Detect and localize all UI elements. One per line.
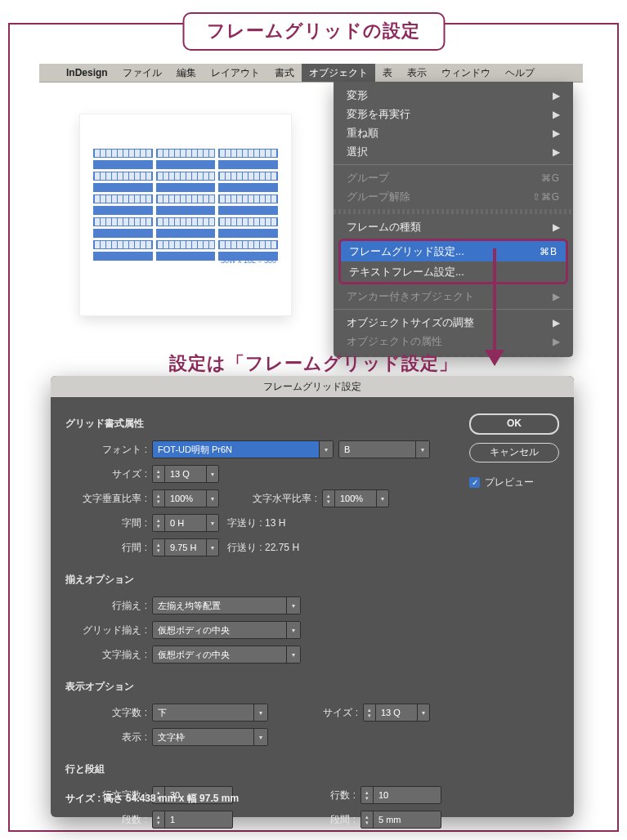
hscale-value: 100% [335,490,376,507]
stepper-arrows-icon: ▴▾ [323,490,335,507]
menu-item-group: グループ ⌘G [334,168,573,187]
arrow-head-icon [485,350,504,366]
size-input[interactable]: ▴▾ 13 Q ▾ [152,465,219,483]
menu-item-anchored-object[interactable]: アンカー付きオブジェクト ▶ [334,287,573,306]
line-okuri-label: 行送り : 22.75 H [227,541,299,555]
highlighted-menu-group: フレームグリッド設定... ⌘B テキストフレーム設定... [338,239,568,284]
grid-align-select[interactable]: 仮想ボディの中央 ▾ [152,621,301,639]
line-align-select[interactable]: 左揃え均等配置 ▾ [152,596,301,614]
page-title: フレームグリッドの設定 [182,12,445,51]
columns-input[interactable]: ▴▾ 1 [152,811,233,829]
section-columns: 行と段組 [65,762,458,776]
line-align-label: 行揃え : [65,599,152,613]
char-align-select[interactable]: 仮想ボディの中央 ▾ [152,646,301,664]
document-preview: 30W x 10L = 300 [80,114,291,315]
stepper-arrows-icon: ▴▾ [153,490,165,507]
menu-label: フレームの種類 [347,220,421,235]
chevron-down-icon: ▾ [376,490,388,507]
chevron-right-icon: ▶ [553,146,560,158]
menu-help[interactable]: ヘルプ [498,64,542,82]
arrow-body [493,248,496,351]
frame-grid-dialog: フレームグリッド設定 OK キャンセル ✓ プレビュー グリッド書式属性 フォン… [51,376,574,817]
menubar: InDesign ファイル 編集 レイアウト 書式 オブジェクト 表 表示 ウィ… [39,64,583,83]
chevron-right-icon: ▶ [553,127,560,139]
menu-label: 選択 [347,145,368,159]
char-okuri-label: 字送り : 13 H [227,516,285,530]
menu-item-text-frame-options[interactable]: テキストフレーム設定... [341,261,566,282]
vscale-label: 文字垂直比率 : [65,492,152,506]
menu-item-frame-grid-options[interactable]: フレームグリッド設定... ⌘B [341,241,566,261]
chevron-right-icon: ▶ [553,109,560,120]
menu-view[interactable]: 表示 [400,64,434,82]
menu-item-object-attributes[interactable]: オブジェクトの属性 ▶ [334,332,573,351]
vscale-value: 100% [165,490,206,507]
grid-align-label: グリッド揃え : [65,623,152,637]
chevron-down-icon: ▾ [415,441,429,458]
vscale-input[interactable]: ▴▾ 100% ▾ [152,489,219,507]
menu-type[interactable]: 書式 [267,64,302,82]
menu-item-ungroup: グループ解除 ⇧⌘G [334,187,573,206]
menu-file[interactable]: ファイル [115,64,169,82]
line-align-value: 左揃え均等配置 [153,600,286,612]
lines-input[interactable]: ▴▾ 10 [361,786,441,804]
gutter-input[interactable]: ▴▾ 5 mm [361,811,441,829]
menu-layout[interactable]: レイアウト [204,64,267,82]
menu-edit[interactable]: 編集 [169,64,204,82]
menu-label: 変形 [347,88,368,103]
menu-label: テキストフレーム設定... [349,265,464,279]
menu-item-frame-type[interactable]: フレームの種類 ▶ [334,217,573,236]
chevron-down-icon: ▾ [286,646,300,663]
char-count-select[interactable]: 下 ▾ [152,704,268,722]
chevron-down-icon: ▾ [286,622,300,638]
line-aki-input[interactable]: ▴▾ 9.75 H ▾ [152,538,219,556]
checkbox-checked-icon: ✓ [469,477,480,488]
hscale-label: 文字水平比率 : [219,492,322,506]
char-aki-value: 0 H [165,515,206,531]
font-family-value: FOT-UD明朝 Pr6N [153,444,319,456]
size-value: 13 Q [165,466,206,482]
menu-label: オブジェクトサイズの調整 [347,315,474,330]
menu-label: フレームグリッド設定... [349,244,464,259]
section-display: 表示オプション [65,680,458,694]
display-size-label: サイズ : [268,706,363,720]
ok-button[interactable]: OK [469,413,559,435]
font-family-select[interactable]: FOT-UD明朝 Pr6N ▾ [152,440,334,458]
preview-checkbox[interactable]: ✓ プレビュー [469,476,559,489]
display-view-label: 表示 : [65,731,152,744]
section-align: 揃えオプション [65,573,409,587]
char-align-value: 仮想ボディの中央 [153,649,286,661]
line-aki-label: 行間 : [65,541,152,555]
menu-item-select[interactable]: 選択 ▶ [334,142,573,161]
stepper-arrows-icon: ▴▾ [153,515,165,531]
size-label: サイズ : [65,467,152,481]
char-aki-input[interactable]: ▴▾ 0 H ▾ [152,514,219,532]
menu-app[interactable]: InDesign [59,64,115,82]
menu-label: オブジェクトの属性 [347,334,442,349]
stepper-arrows-icon: ▴▾ [153,466,165,482]
cancel-button[interactable]: キャンセル [469,443,559,462]
chevron-down-icon: ▾ [206,539,218,556]
menu-label: 重ね順 [347,126,378,141]
shortcut-label: ⇧⌘G [532,191,560,203]
menu-label: グループ [347,171,389,185]
menu-item-arrange[interactable]: 重ね順 ▶ [334,123,573,142]
dialog-titlebar: フレームグリッド設定 [51,376,574,397]
stepper-arrows-icon: ▴▾ [361,811,374,828]
menu-table[interactable]: 表 [375,64,400,82]
chevron-right-icon: ▶ [553,221,560,233]
menu-window[interactable]: ウィンドウ [434,64,498,82]
gutter-label: 段間 : [233,813,361,827]
hscale-input[interactable]: ▴▾ 100% ▾ [322,489,389,507]
char-aki-label: 字間 : [65,516,152,530]
display-view-select[interactable]: 文字枠 ▾ [152,728,268,746]
columns-value: 1 [165,811,232,828]
font-weight-select[interactable]: B ▾ [338,440,430,458]
menu-item-transform-again[interactable]: 変形を再実行 ▶ [334,105,573,123]
chevron-right-icon: ▶ [553,336,560,347]
menu-item-fitting[interactable]: オブジェクトサイズの調整 ▶ [334,313,573,332]
display-size-input[interactable]: ▴▾ 13 Q ▾ [363,704,430,722]
menu-object[interactable]: オブジェクト [302,64,375,82]
char-align-label: 文字揃え : [65,648,152,662]
stepper-arrows-icon: ▴▾ [153,811,165,828]
menu-item-transform[interactable]: 変形 ▶ [334,86,573,105]
